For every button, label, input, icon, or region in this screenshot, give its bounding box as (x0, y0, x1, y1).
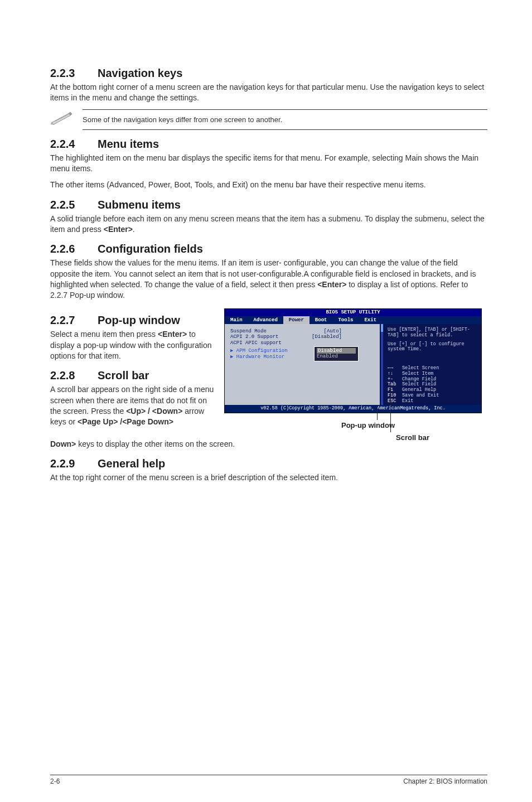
bios-left-panel: Suspend Mode[Auto] ACPI 2.0 Support[Disa… (225, 324, 380, 405)
bios-row-label: ACPI 2.0 Support (230, 334, 278, 340)
heading-227: 2.2.7Pop-up window (50, 314, 217, 327)
bios-keydesc: General Help (402, 387, 436, 393)
bios-keydesc: Select Screen (402, 365, 439, 371)
bios-keydesc: Exit (402, 398, 413, 404)
bios-key-row: F10Save and Exit (388, 393, 477, 399)
heading-title: Navigation keys (98, 67, 182, 79)
heading-title: Menu items (98, 138, 159, 150)
para-224-1: The highlighted item on the menu bar dis… (50, 153, 487, 175)
heading-229: 2.2.9General help (50, 457, 487, 470)
para-227-1: Select a menu item then press <Enter> to… (50, 329, 217, 361)
para-text: Select a menu item then press (50, 330, 158, 339)
bios-key-row: ESCExit (388, 399, 477, 404)
para-223-1: At the bottom right corner of a menu scr… (50, 82, 487, 104)
bios-tab-exit: Exit (359, 316, 382, 324)
bios-keys: ←→Select Screen ↑↓Select Item +-Change F… (388, 366, 477, 404)
bios-row-label: Suspend Mode (230, 328, 267, 334)
heading-224: 2.2.4Menu items (50, 138, 487, 151)
bios-row-value: [Disabled] (312, 334, 375, 340)
para-229-1: At the top right corner of the menu scre… (50, 472, 487, 483)
para-224-2: The other items (Advanced, Power, Boot, … (50, 180, 487, 190)
bios-row: ACPI APIC support (230, 340, 375, 346)
bios-row: ACPI 2.0 Support[Disabled] (230, 334, 375, 340)
key-pagedown-cont: Down> (50, 439, 76, 448)
note-text: Some of the navigation keys differ from … (83, 109, 487, 130)
bios-tab-advanced: Advanced (248, 316, 283, 324)
heading-225: 2.2.5Submenu items (50, 199, 487, 211)
callout-line (377, 407, 378, 420)
heading-num: 2.2.5 (50, 199, 98, 211)
para-225-1: A solid triangle before each item on any… (50, 214, 487, 235)
heading-223: 2.2.3Navigation keys (50, 67, 487, 80)
svg-line-0 (55, 114, 70, 121)
callout-line (390, 386, 391, 432)
heading-num: 2.2.4 (50, 138, 98, 151)
bios-scroll-thumb (381, 324, 383, 332)
bios-sub-label: Hardware Monitor (236, 354, 284, 360)
footer-page: 2-6 (50, 777, 60, 785)
heading-num: 2.2.9 (50, 457, 98, 470)
footer-chapter: Chapter 2: BIOS information (403, 777, 487, 785)
callout-popup: Pop-up window (341, 421, 395, 429)
heading-title: Pop-up window (98, 314, 180, 326)
key-pageupdown: <Page Up> /<Page Down> (78, 417, 173, 426)
heading-num: 2.2.6 (50, 243, 98, 255)
heading-title: Configuration fields (98, 243, 203, 255)
heading-num: 2.2.8 (50, 369, 98, 382)
heading-title: Submenu items (98, 199, 181, 211)
heading-228: 2.2.8Scroll bar (50, 369, 217, 382)
heading-title: General help (98, 457, 165, 470)
bios-popup-option: Enabled (317, 354, 356, 359)
heading-num: 2.2.3 (50, 67, 98, 80)
bios-popup: Disabled Enabled (314, 346, 359, 361)
heading-title: Scroll bar (98, 369, 149, 381)
key-enter: <Enter> (104, 225, 133, 234)
key-enter: <Enter> (158, 330, 187, 339)
heading-226: 2.2.6Configuration fields (50, 243, 487, 255)
key-enter: <Enter> (317, 280, 346, 289)
bios-sub-label: APM Configuration (236, 348, 288, 354)
bios-screenshot: BIOS SETUP UTILITY Main Advanced Power B… (224, 308, 482, 413)
bios-keydesc: Select Item (402, 371, 433, 376)
callout-scroll: Scroll bar (396, 433, 429, 442)
para-226-1: These fields show the values for the men… (50, 258, 487, 301)
bios-title: BIOS SETUP UTILITY (225, 309, 481, 316)
bios-keydesc: Save and Exit (402, 393, 439, 398)
pencil-icon (50, 109, 72, 127)
bios-help2: Use [+] or [-] to configure system Time. (388, 342, 477, 353)
bios-tab-boot: Boot (309, 316, 333, 324)
bios-row-label: ACPI APIC support (230, 340, 282, 346)
bios-keydesc: Change Field (402, 376, 436, 382)
bios-tab-power: Power (283, 316, 309, 324)
para-228-1: A scroll bar appears on the right side o… (50, 384, 217, 427)
bios-popup-selected: Disabled (317, 348, 356, 354)
bios-row: Suspend Mode[Auto] (230, 328, 375, 334)
heading-num: 2.2.7 (50, 314, 98, 327)
key-updown: <Up> / <Down> (126, 407, 182, 416)
bios-keydesc: Select Field (402, 381, 436, 387)
bios-footer: v02.58 (C)Copyright 1985-2009, American,… (225, 405, 481, 413)
bios-row-value: [Auto] (324, 328, 375, 334)
bios-tabs: Main Advanced Power Boot Tools Exit (225, 316, 481, 324)
page-footer: 2-6 Chapter 2: BIOS information (50, 775, 487, 785)
para-text: keys to display the other items on the s… (76, 439, 235, 448)
para-text: . (133, 225, 135, 234)
bios-key: ESC (388, 399, 402, 404)
bios-row-value (342, 340, 375, 346)
bios-scrollbar (380, 324, 383, 405)
note-row: Some of the navigation keys differ from … (50, 109, 487, 130)
bios-help1: Use [ENTER], [TAB] or [SHIFT-TAB] to sel… (388, 327, 477, 339)
bios-tab-tools: Tools (332, 316, 359, 324)
bios-tab-main: Main (225, 316, 248, 324)
bios-help-panel: Use [ENTER], [TAB] or [SHIFT-TAB] to sel… (383, 324, 481, 405)
